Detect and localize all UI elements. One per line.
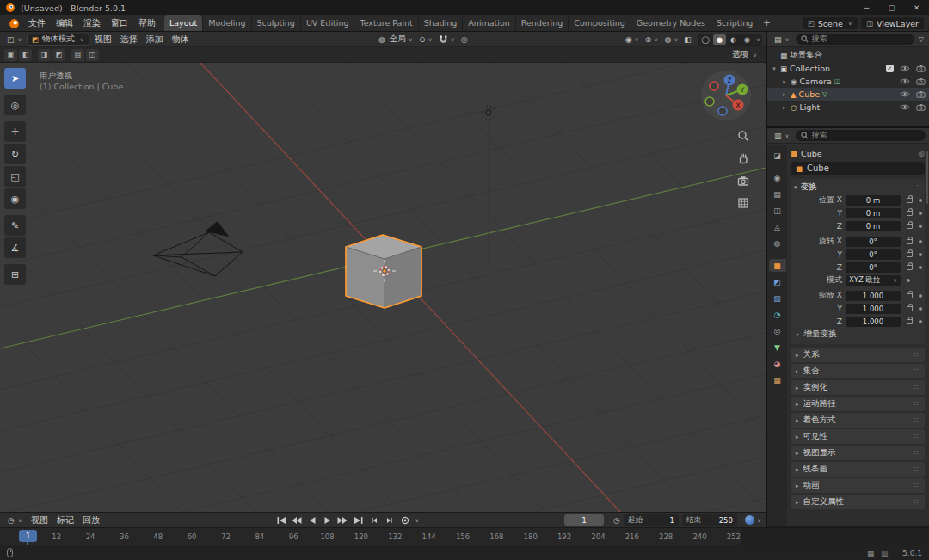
properties-section-header[interactable]: ▸ 关系 ∷ bbox=[791, 348, 925, 362]
navigation-gizmo[interactable]: Z Y X bbox=[698, 68, 754, 125]
render-visibility-icon[interactable] bbox=[916, 103, 926, 111]
drag-grip-icon[interactable]: ∷ bbox=[914, 449, 920, 457]
outliner-row-camera[interactable]: ▸ ◉ Camera ◫ bbox=[767, 75, 929, 88]
cursor-tool[interactable]: ◎ bbox=[4, 95, 26, 115]
properties-section-header[interactable]: ▸ 视图显示 ∷ bbox=[791, 446, 925, 460]
eye-icon[interactable] bbox=[900, 90, 910, 98]
drag-grip-icon[interactable]: ∷ bbox=[914, 416, 920, 424]
menu-item[interactable]: 帮助 bbox=[133, 15, 161, 31]
tool-setting-icon[interactable]: ▤ bbox=[71, 49, 84, 61]
outliner-editor-button[interactable]: ▤ ∨ bbox=[771, 35, 793, 44]
value-field[interactable]: 0° bbox=[846, 237, 901, 247]
add-workspace-button[interactable]: + bbox=[758, 15, 775, 31]
render-visibility-icon[interactable] bbox=[916, 90, 926, 98]
drag-grip-icon[interactable]: ∷ bbox=[914, 400, 920, 408]
render-visibility-icon[interactable] bbox=[916, 77, 926, 85]
expand-icon[interactable]: ▸ bbox=[781, 91, 788, 98]
outliner-row-scene-collection[interactable]: ▦ 场景集合 bbox=[767, 49, 929, 62]
eye-icon[interactable] bbox=[900, 77, 910, 85]
drag-grip-icon[interactable]: ∷ bbox=[914, 433, 920, 440]
wireframe-shading-button[interactable]: ◯ bbox=[699, 34, 712, 45]
scene-selector[interactable]: ◰ Scene ∨ bbox=[803, 17, 858, 29]
expand-icon[interactable]: ▾ bbox=[771, 65, 778, 72]
minimize-button[interactable]: ─ bbox=[854, 0, 879, 15]
particles-tab-icon[interactable]: ▨ bbox=[769, 292, 786, 305]
properties-section-header[interactable]: ▸ 可见性 ∷ bbox=[791, 429, 925, 444]
frame-step-back-button[interactable] bbox=[366, 514, 381, 526]
snap-dropdown[interactable]: ∨ bbox=[436, 34, 458, 45]
workspace-tab[interactable]: Animation bbox=[462, 15, 514, 31]
scrollbar[interactable] bbox=[926, 151, 928, 204]
viewlayer-tab-icon[interactable]: ◫ bbox=[769, 204, 786, 217]
object-name-field[interactable]: ■ Cube bbox=[791, 162, 925, 175]
outliner-row-collection[interactable]: ▾ ▣ Collection ✓ bbox=[767, 62, 929, 75]
properties-section-header[interactable]: ▸ 动画 ∷ bbox=[791, 478, 925, 493]
mode-dropdown[interactable]: ◩ 物体模式 ∨ bbox=[27, 34, 89, 46]
timeline-menu-item[interactable]: 视图 bbox=[27, 514, 52, 526]
properties-section-header[interactable]: ▸ 运动路径 ∷ bbox=[791, 397, 925, 411]
animate-dot[interactable] bbox=[919, 253, 922, 256]
play-button[interactable] bbox=[320, 514, 335, 526]
animate-dot[interactable] bbox=[919, 212, 922, 215]
overlays-dropdown[interactable]: ◍ ∨ bbox=[661, 35, 680, 44]
collection-checkbox[interactable]: ✓ bbox=[886, 65, 894, 72]
orientation-dropdown[interactable]: ◍ 全局 ∨ bbox=[376, 34, 415, 45]
jump-to-start-button[interactable] bbox=[274, 514, 288, 526]
outliner-row-cube[interactable]: ▸ ▲ Cube ▽ bbox=[767, 88, 929, 101]
constraints-tab-icon[interactable]: ◎ bbox=[769, 324, 786, 337]
timeline-ruler[interactable]: 1224364860728496108120132144156168180192… bbox=[0, 527, 929, 545]
solid-shading-button[interactable]: ● bbox=[713, 34, 726, 45]
timeline-menu-item[interactable]: 回放 bbox=[78, 514, 104, 526]
workspace-tab[interactable]: Rendering bbox=[515, 15, 569, 31]
workspace-tab[interactable]: Sculpting bbox=[251, 15, 300, 31]
material-tab-icon[interactable]: ◕ bbox=[769, 357, 786, 370]
menu-item[interactable]: 渲染 bbox=[78, 15, 106, 31]
scale-tool[interactable]: ◱ bbox=[4, 166, 26, 187]
jump-to-end-button[interactable] bbox=[351, 514, 366, 526]
rendered-shading-button[interactable]: ◉ bbox=[741, 34, 754, 45]
drag-grip-icon[interactable]: ∷ bbox=[914, 465, 920, 473]
modifiers-tab-icon[interactable]: ◩ bbox=[769, 275, 786, 288]
value-field[interactable]: 1.000 bbox=[846, 291, 901, 301]
render-tab-icon[interactable]: ◉ bbox=[769, 171, 786, 184]
preview-range-clock-icon[interactable]: ◷ bbox=[613, 516, 620, 525]
animate-dot[interactable] bbox=[919, 240, 922, 243]
expand-icon[interactable]: ▸ bbox=[781, 78, 788, 85]
eye-icon[interactable] bbox=[900, 103, 910, 111]
animate-dot[interactable] bbox=[919, 266, 922, 269]
workspace-tab[interactable]: Geometry Nodes bbox=[631, 15, 711, 31]
eye-icon[interactable] bbox=[900, 65, 910, 72]
timeline-menu-item[interactable]: 标记 bbox=[52, 514, 78, 526]
animate-dot[interactable] bbox=[919, 294, 922, 298]
outliner-row-light[interactable]: ▸ ○ Light bbox=[767, 101, 929, 114]
timeline-editor-button[interactable]: ◷ ∨ bbox=[4, 516, 26, 525]
outliner-search-input[interactable]: 搜索 bbox=[796, 34, 914, 45]
texture-tab-icon[interactable]: ▦ bbox=[769, 373, 786, 386]
viewport-menu-item[interactable]: 视图 bbox=[90, 34, 116, 46]
editor-type-button[interactable]: ◳ ∨ bbox=[3, 35, 26, 44]
menu-item[interactable]: 编辑 bbox=[51, 15, 78, 31]
tool-tab-icon[interactable]: ◪ bbox=[769, 149, 786, 162]
properties-section-header[interactable]: ▸ 集合 ∷ bbox=[791, 364, 925, 378]
properties-section-header[interactable]: ▸ 实例化 ∷ bbox=[791, 380, 925, 395]
viewport-menu-item[interactable]: 物体 bbox=[168, 34, 194, 46]
value-field[interactable]: 1.000 bbox=[846, 317, 901, 327]
drag-grip-icon[interactable]: ∷ bbox=[914, 498, 920, 506]
frame-end-field[interactable]: 结束250 bbox=[682, 514, 737, 526]
properties-section-header[interactable]: ▸ 自定义属性 ∷ bbox=[791, 495, 925, 509]
menu-item[interactable]: 文件 bbox=[23, 15, 51, 31]
workspace-tab[interactable]: UV Editing bbox=[300, 15, 354, 31]
lock-icon[interactable] bbox=[907, 293, 913, 298]
frame-start-field[interactable]: 起始1 bbox=[624, 514, 679, 526]
animate-dot[interactable] bbox=[919, 225, 922, 228]
render-visibility-icon[interactable] bbox=[916, 65, 926, 72]
value-field[interactable]: 0° bbox=[846, 262, 901, 273]
lock-icon[interactable] bbox=[907, 306, 913, 311]
lock-icon[interactable] bbox=[907, 224, 913, 229]
lock-icon[interactable] bbox=[907, 239, 913, 244]
value-field[interactable]: 1.000 bbox=[846, 304, 901, 314]
tool-setting-icon[interactable]: ◫ bbox=[86, 49, 99, 61]
viewport-canvas[interactable]: 用户透视 (1) Collection | Cube ➤◎✛↻◱◉✎∡⊞ Z Y… bbox=[0, 63, 766, 512]
viewport-menu-item[interactable]: 添加 bbox=[142, 34, 168, 46]
material-shading-button[interactable]: ◐ bbox=[727, 34, 740, 45]
